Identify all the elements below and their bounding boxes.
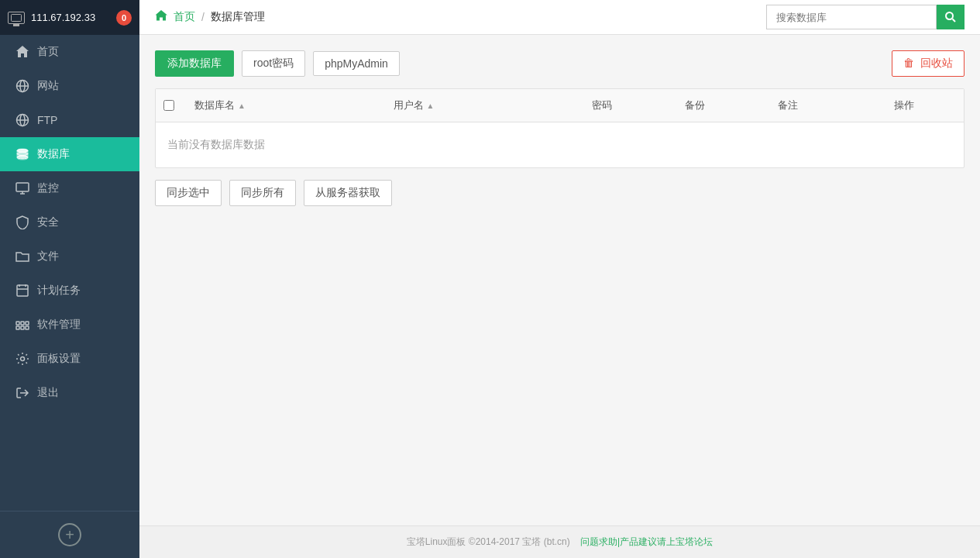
home-breadcrumb-icon bbox=[155, 9, 167, 25]
sidebar-item-security[interactable]: 安全 bbox=[0, 205, 139, 239]
col-action: 操作 bbox=[886, 89, 964, 122]
search-box bbox=[766, 5, 965, 29]
sync-selected-button[interactable]: 同步选中 bbox=[155, 180, 222, 206]
content-area: 添加数据库 root密码 phpMyAdmin 🗑 回收站 数据库名 ▲ bbox=[139, 35, 980, 525]
sidebar-item-software-label: 软件管理 bbox=[37, 318, 81, 332]
sync-all-button[interactable]: 同步所有 bbox=[229, 180, 296, 206]
col-db-name: 数据库名 ▲ bbox=[187, 89, 386, 122]
svg-point-31 bbox=[946, 12, 953, 19]
website-icon bbox=[15, 79, 29, 93]
monitor-nav-icon bbox=[15, 181, 29, 195]
sidebar-item-file-label: 文件 bbox=[37, 250, 59, 264]
logout-icon bbox=[15, 386, 29, 400]
sidebar-item-panel-label: 面板设置 bbox=[37, 352, 81, 366]
recycle-label: 回收站 bbox=[920, 57, 953, 69]
sidebar-item-software[interactable]: 软件管理 bbox=[0, 308, 139, 342]
ftp-icon bbox=[15, 113, 29, 127]
sort-icon-db-name[interactable]: ▲ bbox=[238, 102, 246, 110]
root-password-button[interactable]: root密码 bbox=[242, 50, 305, 77]
svg-rect-24 bbox=[16, 322, 19, 325]
table-empty-message: 当前没有数据库数据 bbox=[156, 122, 964, 167]
sidebar-item-panel[interactable]: 面板设置 bbox=[0, 342, 139, 376]
sidebar-item-ftp[interactable]: FTP bbox=[0, 103, 139, 137]
footer: 宝塔Linux面板 ©2014-2017 宝塔 (bt.cn) 问题求助|产品建… bbox=[139, 525, 980, 558]
main-area: 首页 / 数据库管理 添加数据库 root密码 phpMyAdmin bbox=[139, 0, 980, 558]
trash-icon: 🗑 bbox=[903, 57, 914, 69]
add-database-button[interactable]: 添加数据库 bbox=[155, 50, 234, 77]
notification-badge[interactable]: 0 bbox=[116, 10, 132, 26]
sidebar-item-cron[interactable]: 计划任务 bbox=[0, 274, 139, 308]
breadcrumb-home[interactable]: 首页 bbox=[174, 10, 195, 24]
sidebar-item-database-label: 数据库 bbox=[37, 147, 70, 161]
sidebar-item-monitor[interactable]: 监控 bbox=[0, 171, 139, 205]
col-backup-label: 备份 bbox=[685, 98, 705, 112]
col-username: 用户名 ▲ bbox=[386, 89, 585, 122]
svg-rect-0 bbox=[12, 14, 22, 21]
col-db-name-label: 数据库名 bbox=[194, 98, 235, 112]
sidebar-item-website[interactable]: 网站 bbox=[0, 69, 139, 103]
software-icon bbox=[15, 318, 29, 332]
col-password: 密码 bbox=[584, 89, 677, 122]
help-link[interactable]: 问题求助|产品建议请上宝塔论坛 bbox=[580, 536, 713, 547]
col-note-label: 备注 bbox=[778, 98, 798, 112]
sidebar-item-cron-label: 计划任务 bbox=[37, 284, 81, 298]
svg-rect-29 bbox=[26, 326, 29, 329]
server-info: 111.67.192.33 bbox=[8, 12, 95, 24]
col-password-label: 密码 bbox=[592, 98, 612, 112]
recycle-button[interactable]: 🗑 回收站 bbox=[892, 50, 965, 77]
sidebar-item-home[interactable]: 首页 bbox=[0, 35, 139, 69]
topbar: 首页 / 数据库管理 bbox=[139, 0, 980, 35]
svg-line-32 bbox=[953, 19, 956, 22]
toolbar: 添加数据库 root密码 phpMyAdmin 🗑 回收站 bbox=[155, 50, 965, 77]
settings-icon bbox=[15, 352, 29, 366]
svg-rect-25 bbox=[21, 322, 24, 325]
database-table: 数据库名 ▲ 用户名 ▲ 密码 备份 备注 bbox=[155, 88, 965, 168]
col-checkbox[interactable] bbox=[156, 89, 187, 122]
sort-icon-username[interactable]: ▲ bbox=[427, 102, 435, 110]
col-username-label: 用户名 bbox=[394, 98, 424, 112]
col-backup: 备份 bbox=[677, 89, 770, 122]
table-header: 数据库名 ▲ 用户名 ▲ 密码 备份 备注 bbox=[156, 89, 964, 122]
select-all-checkbox[interactable] bbox=[163, 100, 174, 111]
sidebar-item-file[interactable]: 文件 bbox=[0, 239, 139, 274]
sidebar-header: 111.67.192.33 0 bbox=[0, 0, 139, 35]
sync-bar: 同步选中 同步所有 从服务器获取 bbox=[155, 180, 965, 206]
sidebar: 111.67.192.33 0 首页 bbox=[0, 0, 139, 558]
sidebar-item-security-label: 安全 bbox=[37, 215, 59, 229]
sidebar-item-website-label: 网站 bbox=[37, 79, 59, 93]
phpmyadmin-button[interactable]: phpMyAdmin bbox=[313, 51, 400, 76]
home-icon bbox=[15, 45, 29, 59]
sidebar-item-logout-label: 退出 bbox=[37, 386, 59, 400]
cron-icon bbox=[15, 284, 29, 298]
breadcrumb-separator: / bbox=[201, 11, 205, 23]
fetch-from-server-button[interactable]: 从服务器获取 bbox=[304, 180, 392, 206]
col-note: 备注 bbox=[770, 89, 886, 122]
svg-rect-20 bbox=[17, 285, 28, 296]
sidebar-footer: + bbox=[0, 511, 139, 558]
add-button[interactable]: + bbox=[58, 523, 81, 546]
breadcrumb-current-page: 数据库管理 bbox=[211, 10, 265, 24]
svg-point-30 bbox=[21, 357, 25, 361]
database-icon bbox=[15, 147, 29, 161]
sidebar-item-database[interactable]: 数据库 bbox=[0, 137, 139, 171]
search-button[interactable] bbox=[937, 5, 965, 29]
svg-rect-28 bbox=[21, 326, 24, 329]
svg-rect-17 bbox=[16, 183, 29, 191]
sidebar-item-monitor-label: 监控 bbox=[37, 181, 59, 195]
sidebar-nav: 首页 网站 bbox=[0, 35, 139, 511]
sidebar-item-home-label: 首页 bbox=[37, 45, 59, 59]
svg-rect-27 bbox=[16, 326, 19, 329]
sidebar-item-ftp-label: FTP bbox=[37, 114, 57, 126]
server-ip: 111.67.192.33 bbox=[31, 12, 95, 23]
shield-icon bbox=[15, 215, 29, 229]
copyright-text: 宝塔Linux面板 ©2014-2017 宝塔 (bt.cn) bbox=[407, 536, 570, 547]
svg-rect-26 bbox=[26, 322, 29, 325]
sidebar-item-logout[interactable]: 退出 bbox=[0, 376, 139, 410]
search-input[interactable] bbox=[766, 5, 937, 29]
col-action-label: 操作 bbox=[894, 98, 914, 112]
breadcrumb: 首页 / 数据库管理 bbox=[155, 9, 265, 25]
monitor-icon bbox=[8, 12, 25, 24]
folder-icon bbox=[15, 250, 29, 264]
